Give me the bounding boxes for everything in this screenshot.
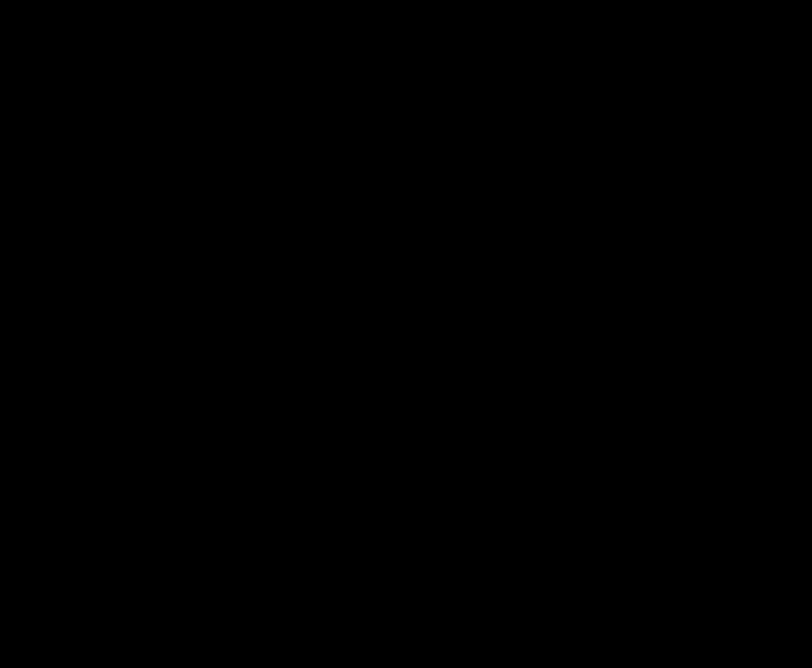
diagram <box>0 0 812 668</box>
arrows-svg <box>0 0 812 668</box>
